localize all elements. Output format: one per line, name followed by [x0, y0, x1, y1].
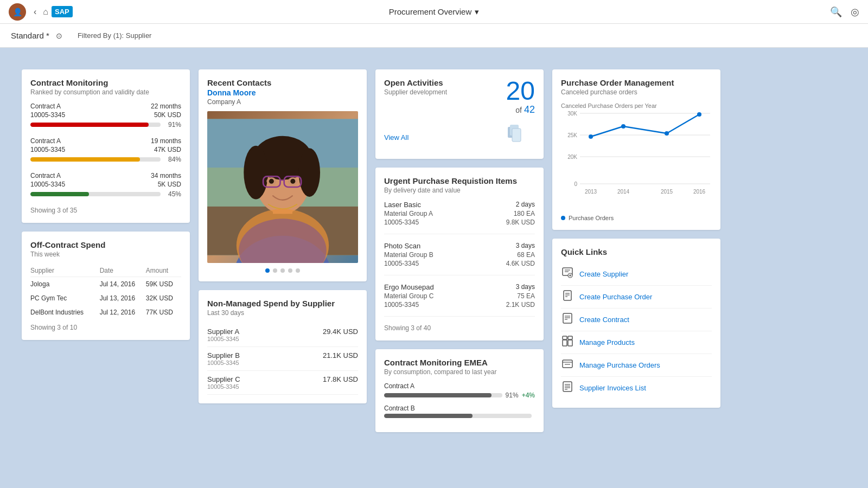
urgent-name: Laser Basic	[384, 201, 421, 209]
carousel-dot[interactable]	[273, 268, 277, 273]
svg-rect-47	[563, 340, 567, 346]
po-subtitle: Canceled purchase orders	[561, 88, 712, 96]
svg-text:2013: 2013	[585, 189, 597, 195]
settings-button[interactable]: ◎	[851, 6, 859, 18]
supplier-item: Supplier A 10005-3345 29.4K USD	[207, 323, 358, 347]
quick-link-manage-po[interactable]: Manage Purchase Orders	[561, 354, 712, 377]
invoices-link[interactable]: Supplier Invoices List	[579, 384, 646, 392]
spend-table: Supplier Date Amount Jologa Jul 14, 2016…	[30, 265, 181, 319]
urgent-subtitle: By delivery date and value	[384, 187, 535, 194]
contract-item: Contract A 34 months 10005-3345 5K USD 4…	[30, 172, 181, 198]
contract-item: Contract A 22 months 10005-3345 50K USD …	[30, 102, 181, 129]
supplier-date: Jul 14, 2016	[100, 277, 146, 292]
back-button[interactable]: ‹	[30, 5, 40, 19]
carousel-dot[interactable]	[280, 268, 285, 273]
carousel-dots	[207, 268, 358, 273]
svg-rect-39	[564, 291, 571, 300]
chart-point	[589, 134, 593, 139]
svg-rect-51	[563, 360, 572, 368]
contract-item: Contract A 19 months 10005-3345 47K USD …	[30, 137, 181, 163]
create-supplier-link[interactable]: Create Supplier	[579, 270, 628, 278]
supplier-item: Supplier B 10005-3345 21.1K USD	[207, 347, 358, 371]
view-chevron-button[interactable]: ⊙	[56, 31, 62, 40]
quick-link-manage-products[interactable]: Manage Products	[561, 331, 712, 354]
supplier-date: Jul 13, 2016	[100, 291, 146, 305]
carousel-dot[interactable]	[265, 268, 270, 273]
carousel-dot[interactable]	[296, 268, 300, 273]
main-content: Contract Monitoring Ranked by consumptio…	[11, 59, 749, 452]
manage-products-link[interactable]: Manage Products	[579, 338, 635, 346]
table-row: Jologa Jul 14, 2016 59K USD	[30, 277, 181, 292]
quick-link-create-supplier[interactable]: Create Supplier	[561, 263, 712, 286]
supplier-amount: 77K USD	[146, 305, 181, 319]
urgent-item: Ergo Mousepad 3 days Material Group C 75…	[384, 283, 535, 317]
urgent-group: Material Group A	[384, 210, 433, 217]
urgent-name: Photo Scan	[384, 242, 420, 250]
open-activities-title: Open Activities	[384, 78, 447, 87]
svg-rect-20	[512, 129, 521, 142]
progress-pct: 45%	[165, 190, 181, 198]
supplier-name: PC Gym Tec	[30, 291, 100, 305]
activity-of-label: of	[515, 106, 522, 114]
urgent-id-amount: 10005-3345 4.6K USD	[384, 260, 535, 267]
urgent-amount: 2.1K USD	[506, 301, 535, 309]
contract-id: 10005-3345	[30, 146, 65, 153]
off-contract-spend-card: Off-Contract Spend This week Supplier Da…	[22, 232, 190, 340]
supplier-amount: 59K USD	[146, 277, 181, 292]
manage-products-icon	[561, 336, 574, 349]
contract-emea-card: Contract Monitoring EMEA By consumption,…	[375, 349, 544, 432]
urgent-amount: 4.6K USD	[506, 260, 535, 267]
table-row: DelBont Industries Jul 12, 2016 77K USD	[30, 305, 181, 319]
quick-link-create-contract[interactable]: Create Contract	[561, 309, 712, 331]
supplier-name: Supplier C	[207, 375, 240, 383]
urgent-showing-text: Showing 3 of 40	[384, 324, 535, 332]
activity-icon	[508, 124, 535, 150]
svg-text:20K: 20K	[567, 154, 577, 160]
urgent-details: Material Group B 68 EA	[384, 251, 535, 259]
supplier-amount: 21.1K USD	[323, 351, 358, 366]
legend-dot	[561, 216, 565, 220]
supplier-amount: 17.8K USD	[323, 375, 358, 390]
quick-link-create-po[interactable]: Create Purchase Order	[561, 286, 712, 309]
create-contract-link[interactable]: Create Contract	[579, 316, 629, 324]
progress-bar-fill	[30, 157, 140, 162]
supplier-amount: 29.4K USD	[323, 328, 358, 342]
po-chart: 30K 25K 20K 0 2013 2014	[580, 113, 710, 211]
header-right: 🔍 ◎	[830, 6, 859, 18]
quick-links-card: Quick Links Create Supplier Create Purch…	[552, 239, 720, 408]
chart-title: Canceled Purchase Orders per Year	[561, 102, 712, 109]
create-po-link[interactable]: Create Purchase Order	[579, 293, 652, 301]
urgent-id: 10005-3345	[384, 260, 419, 267]
contract-monitoring-subtitle: Ranked by consumption and validity date	[30, 88, 181, 96]
contract-months: 22 months	[151, 102, 181, 110]
off-contract-title: Off-Contract Spend	[30, 240, 181, 249]
supplier-name: DelBont Industries	[30, 305, 100, 319]
home-button[interactable]: ⌂	[40, 5, 52, 19]
search-button[interactable]: 🔍	[830, 6, 842, 18]
urgent-amount: 9.8K USD	[506, 219, 535, 226]
contract-showing-text: Showing 3 of 35	[30, 207, 181, 214]
quick-link-invoices[interactable]: Supplier Invoices List	[561, 377, 712, 399]
off-contract-subtitle: This week	[30, 251, 181, 258]
contract-amount: 47K USD	[154, 146, 181, 153]
activity-numbers: 20 of 42	[506, 78, 535, 115]
svg-text:2016: 2016	[693, 189, 706, 195]
supplier-id: 10005-3345	[207, 383, 240, 390]
contract-amount: 5K USD	[158, 181, 181, 188]
progress-bar-fill	[30, 192, 89, 196]
recent-contacts-card: Recent Contacts Donna Moore Company A	[199, 69, 367, 281]
svg-point-15	[290, 179, 295, 184]
manage-po-link[interactable]: Manage Purchase Orders	[579, 361, 660, 369]
sap-logo: SAP	[52, 6, 73, 17]
title-arrow-icon[interactable]: ▾	[475, 7, 479, 17]
urgent-qty: 68 EA	[517, 251, 535, 259]
col-supplier: Supplier	[30, 265, 100, 277]
contact-name[interactable]: Donna Moore	[207, 88, 358, 97]
carousel-dot[interactable]	[288, 268, 292, 273]
view-all-link[interactable]: View All	[384, 133, 409, 142]
contract-id: 10005-3345	[30, 181, 65, 188]
contract-monitoring-card: Contract Monitoring Ranked by consumptio…	[22, 69, 190, 223]
activity-total: 42	[524, 104, 535, 115]
open-activities-card: Open Activities Supplier development 20 …	[375, 69, 544, 159]
recent-contacts-title: Recent Contacts	[207, 78, 358, 87]
